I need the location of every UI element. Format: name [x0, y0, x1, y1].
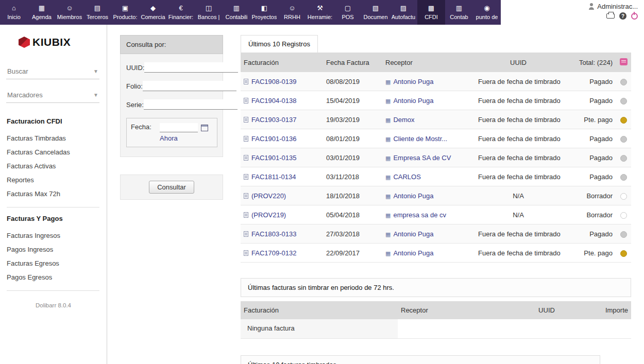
status-dot-cell: [616, 230, 631, 237]
sidebar-item-facturas-activas[interactable]: Facturas Activas: [7, 159, 107, 173]
sidebar-item-facturas-canceladas[interactable]: Facturas Canceladas: [7, 145, 107, 159]
menu-item-label: Producto:: [113, 14, 137, 20]
menu-item-autofactu[interactable]: ▨Autofactu: [389, 0, 417, 25]
invoice-ref-link[interactable]: FAC1901-0136: [251, 135, 296, 143]
financial-icon: €: [179, 5, 182, 12]
sidebar-section-facturacion-cfdi[interactable]: Facturacion CFDI: [7, 117, 107, 125]
status-dot-cell: [616, 211, 631, 218]
products-icon: ▣: [122, 5, 128, 12]
menu-item-agenda[interactable]: ▦Agenda: [28, 0, 56, 25]
document-icon: [244, 98, 248, 103]
receptor-link[interactable]: Antonio Puga: [393, 192, 433, 200]
menu-item-punto-de[interactable]: ◉punto de: [473, 0, 501, 25]
receptor-link[interactable]: Antonio Puga: [393, 97, 433, 105]
help-icon[interactable]: ?: [619, 12, 626, 20]
menu-item-producto[interactable]: ▣Producto:: [111, 0, 139, 25]
menu-item-documen[interactable]: ▧Documen: [362, 0, 389, 25]
payment-status: Pagado: [562, 154, 616, 162]
invoice-ref-cell: FAC1901-0136: [241, 135, 323, 143]
receptor-link[interactable]: CARLOS: [393, 173, 420, 181]
top-bar: ⌂Inicio▦Agenda☺Miembros▤Terceros▣Product…: [0, 0, 644, 25]
menu-item-bancos[interactable]: ◫Bancos |: [195, 0, 223, 25]
invoice-ref-link[interactable]: (PROV220): [251, 192, 286, 200]
company-icon: ▦: [385, 231, 391, 237]
status-paid-dot: [620, 174, 627, 181]
menu-item-financier[interactable]: €Financier:: [167, 0, 195, 25]
user-menu[interactable]: Administrac...: [588, 3, 638, 10]
menu-item-label: Miembros: [57, 14, 82, 20]
company-icon: ▦: [385, 212, 391, 218]
menu-item-rrhh[interactable]: ☺RRHH: [278, 0, 306, 25]
menu-item-contabili[interactable]: ▥Contabili: [223, 0, 250, 25]
invoice-ref-cell: FAC1709-0132: [241, 249, 323, 257]
receptor-link[interactable]: empresa sa de cv: [393, 211, 446, 219]
uuid-input[interactable]: [144, 62, 238, 73]
invoice-date: 18/10/2018: [323, 192, 382, 200]
pointofsale-icon: ◉: [484, 5, 489, 12]
calendar-icon[interactable]: [201, 125, 208, 131]
sidebar-item-pagos-egresos[interactable]: Pagos Egresos: [7, 270, 107, 284]
kiubix-logo[interactable]: KIUBIX: [0, 36, 107, 48]
invoice-ref-link[interactable]: FAC1908-0139: [251, 78, 296, 85]
payment-status: Pagado: [562, 173, 616, 181]
home-icon: ⌂: [12, 5, 16, 12]
invoice-ref-link[interactable]: FAC1803-0133: [251, 230, 296, 238]
recent-table-header: Facturación Fecha Factura Receptor UUID …: [241, 53, 631, 72]
query-box: Consulta por: UUID: Folio: Serie: Fecha:: [120, 35, 223, 157]
menu-item-contab[interactable]: ▥Contab: [445, 0, 473, 25]
uuid-status: Fuera de fecha de timbrado: [475, 154, 562, 162]
now-link[interactable]: Ahora: [160, 134, 178, 142]
accounting-icon: ▥: [233, 5, 240, 12]
sidebar-item-facturas-egresos[interactable]: Facturas Egresos: [7, 256, 107, 270]
payment-status: Pagado: [562, 78, 616, 85]
receptor-link[interactable]: Empresa SA de CV: [393, 154, 451, 162]
payment-status: Pagado: [562, 135, 616, 143]
invoice-ref-link[interactable]: FAC1901-0135: [251, 154, 296, 162]
search-dropdown[interactable]: Buscar ▼: [6, 64, 99, 79]
consult-button-strip: Consultar: [120, 175, 223, 200]
company-icon: ▦: [385, 79, 391, 85]
invoice-ref-link[interactable]: FAC1709-0132: [251, 249, 296, 257]
menu-item-terceros[interactable]: ▤Terceros: [83, 0, 111, 25]
table-row: FAC1903-013719/03/2019▦DemoxFuera de fec…: [241, 110, 631, 129]
receptor-link[interactable]: Antonio Puga: [393, 78, 433, 85]
invoice-ref-link[interactable]: (PROV219): [251, 211, 286, 219]
menu-item-pos[interactable]: ▢POS: [334, 0, 362, 25]
status-draft-dot: [620, 193, 627, 200]
sidebar-item-pagos-ingresos[interactable]: Pagos Ingresos: [7, 242, 107, 256]
menu-item-comercia[interactable]: ◆Comercia: [139, 0, 167, 25]
export-excel-icon[interactable]: [620, 58, 628, 65]
menu-item-herramie[interactable]: ⚒Herramie:: [306, 0, 334, 25]
sidebar-item-facturas-timbradas[interactable]: Facturas Timbradas: [7, 131, 107, 145]
receptor-link[interactable]: Demox: [393, 116, 414, 124]
status-paid-dot: [620, 98, 627, 105]
query-column: Consulta por: UUID: Folio: Serie: Fecha:: [107, 25, 232, 364]
fecha-label: Fecha:: [131, 123, 157, 142]
sidebar-item-reportes[interactable]: Reportes: [7, 173, 107, 187]
sidebar-section-facturas-y-pagos[interactable]: Facturas Y Pagos: [7, 215, 107, 222]
invoice-ref-link[interactable]: FAC1811-0134: [251, 173, 296, 181]
serie-input[interactable]: [144, 99, 238, 110]
folio-input[interactable]: [143, 81, 236, 91]
receptor-link[interactable]: Antonio Puga: [393, 249, 433, 257]
receptor-link[interactable]: Antonio Puga: [393, 230, 433, 238]
receptor-cell: ▦Empresa SA de CV: [382, 154, 475, 162]
invoice-ref-link[interactable]: FAC1904-0138: [251, 97, 296, 105]
menu-item-miembros[interactable]: ☺Miembros: [56, 0, 83, 25]
fecha-input[interactable]: [160, 123, 198, 132]
consult-button[interactable]: Consultar: [149, 181, 194, 194]
status-pending-dot: [620, 117, 627, 124]
menu-item-cfdi[interactable]: ▩CFDI: [417, 0, 445, 25]
invoice-ref-link[interactable]: FAC1903-0137: [251, 116, 296, 124]
receptor-cell: ▦empresa sa de cv: [382, 211, 475, 219]
logout-icon[interactable]: [631, 13, 638, 20]
receptor-link[interactable]: Cliente de Mostr...: [393, 135, 447, 143]
sidebar-item-facturas-max-72h[interactable]: Facturas Max 72h: [7, 187, 107, 201]
status-dot-cell: [616, 153, 631, 161]
print-icon[interactable]: [606, 13, 615, 19]
divider: [7, 207, 99, 207]
menu-item-proyectos[interactable]: ◧Proyectos: [250, 0, 278, 25]
sidebar-item-facturas-ingresos[interactable]: Facturas Ingresos: [7, 229, 107, 242]
bookmarks-dropdown[interactable]: Marcadores ▼: [6, 88, 99, 103]
menu-item-inicio[interactable]: ⌂Inicio: [0, 0, 28, 25]
